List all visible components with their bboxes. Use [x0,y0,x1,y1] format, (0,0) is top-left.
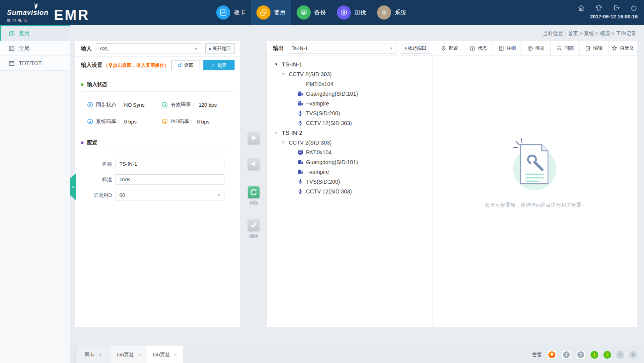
sidebar-item-multiplex[interactable]: 复用 [0,26,70,41]
tree-node[interactable]: ▾TS-IN-2 [267,128,432,138]
tree-node[interactable]: Guangdong(SID:101) [267,157,432,167]
tree-caret-icon[interactable]: ▾ [282,140,289,145]
status-button[interactable]: 状态 [464,41,493,55]
nav-tab-scramble[interactable]: 加扰 [331,0,372,25]
status-sync: 同步状态： NO Sync [87,101,162,108]
close-tab-icon[interactable]: × [174,352,177,358]
tree-node[interactable]: CCTV 12(SID:303) [267,118,432,128]
tree-node[interactable]: Guangdong(SID:101) [267,89,432,98]
logout-icon[interactable] [612,4,620,12]
interval-button[interactable]: 间隔 [550,41,579,55]
name-field[interactable] [116,159,224,169]
panel-collapse-handle[interactable]: « [70,173,76,200]
gear-icon [441,45,447,51]
move-left-button[interactable] [248,158,260,170]
status-3-badge[interactable]: 3 [616,351,624,359]
config-fields: 名称 标准 监测PID 00 ▼ [75,150,240,200]
tree-node[interactable]: ▾CCTV 2(SID:303) [267,138,432,147]
status-pid-bitrate: PID码率： 0 bps [162,118,236,125]
tree-node[interactable]: TVS(SID:200) [267,177,432,186]
tree-node-label: Guangdong(SID:101) [306,91,358,97]
camera-icon [297,101,306,106]
alarm-level-2-badge[interactable]: 2 [576,350,585,359]
input-panel: 输入 ASL ▼ » 展开端口 输入设置 （ 点击返回，进入复用操作 ） ↺ 返… [75,41,240,327]
sidebar-item-global[interactable]: 全局 [0,41,70,56]
status-effective-bitrate: 有效码率： 120 bps [162,101,236,108]
undo-arrow-icon: ↺ [177,62,182,68]
tree-node[interactable]: PMT:0x104 [267,79,432,89]
collapse-ports-button[interactable]: » 收起端口 [401,43,430,54]
settings-hint: （ 点击返回，进入复用操作 ） [103,62,169,69]
tree-node[interactable]: ▾CCTV 2(SID:303) [267,69,432,79]
tree-node[interactable]: ▾TS-IN-1 [267,59,432,69]
move-right-button[interactable] [248,132,260,144]
mapping-button[interactable]: 映射 [521,41,550,55]
close-tab-icon[interactable]: × [138,352,141,358]
tab-page-1[interactable]: tab页签 × [111,346,147,363]
tab-network-card[interactable]: 网卡 + [75,346,111,363]
expand-ports-button[interactable]: » 展开端口 [205,43,235,54]
nav-tab-multiplex[interactable]: 复用 [251,0,291,25]
tree-node[interactable]: TVS(SID:200) [267,108,432,118]
alarm-label: 告警 [532,351,542,358]
apply-button[interactable] [248,219,260,231]
target-icon [527,45,533,51]
refresh-icon [248,186,260,198]
tree-node[interactable]: --vampire [267,98,432,108]
output-port-select[interactable]: Ts-IN-1 ▼ [288,43,397,54]
arrow-right-icon [248,132,260,144]
nav-tab-backup[interactable]: 备份 [291,0,331,25]
home-icon[interactable] [577,4,585,12]
scramble-lock-icon [337,5,351,20]
standard-field[interactable] [116,174,224,185]
tab-page-2[interactable]: tab页签 × [147,346,183,363]
detail-button[interactable]: 详细 [493,41,521,55]
tree-node[interactable]: --vampire [267,167,432,177]
confirm-button[interactable]: ✓ 确定 [203,60,235,70]
name-field-label: 名称 [87,161,112,168]
swan-logo-icon [32,2,39,9]
input-port-select[interactable]: ASL ▼ [96,43,201,54]
nav-tab-system[interactable]: 系统 [372,0,412,25]
tree-node[interactable]: TVPAT:0x104 [267,147,432,157]
alarm-bell-badge[interactable] [547,350,557,359]
theme-shirt-icon[interactable] [595,4,603,12]
status-4-badge[interactable]: 4 [629,351,637,359]
tree-caret-icon[interactable]: ▾ [282,72,289,77]
tree-node-label: --vampire [306,169,329,175]
edit-button[interactable]: 编辑 [579,41,608,55]
alarm-zone: 告警 1 2 1 2 3 4 [532,346,644,363]
chevron-down-icon: ▼ [217,193,221,197]
output-toolbar: 配置 状态 详细 映射 间隔 [435,41,637,55]
board-card-icon [216,5,230,20]
tree-caret-icon[interactable]: ▾ [275,130,282,135]
configure-button[interactable]: 配置 [435,41,464,55]
brand-subtitle: 数码视讯 [7,18,48,23]
sidebar-item-tdt-tot[interactable]: TDT/TOT [0,56,70,71]
add-tab-icon[interactable]: + [99,351,102,358]
brand-name: Sumavision [7,9,48,17]
tree-node[interactable]: CCTV 12(SID:303) [267,186,432,196]
status-green-1-badge[interactable]: 1 [591,351,598,359]
status-green-2-badge[interactable]: 2 [603,351,611,359]
output-port-value: Ts-IN-1 [292,45,308,51]
pin-icon [109,63,112,68]
tree-caret-icon[interactable]: ▾ [275,62,282,67]
monitor-pid-select[interactable]: 00 ▼ [116,190,224,200]
input-port-value: ASL [100,46,109,52]
star-icon [612,45,617,51]
alarm-bell-icon [548,351,555,358]
standard-field-label: 标准 [87,176,112,183]
breadcrumb: 当前位置：首页 > 系统 > 概况 > 工作记录 [543,30,636,37]
input-status-grid: 同步状态： NO Sync 有效码率： 120 bps 系统码率： 0 bps [75,92,240,129]
power-icon[interactable] [630,4,638,12]
camera-icon [297,169,306,175]
back-button[interactable]: ↺ 返回 [171,60,199,70]
tree-node-label: Guangdong(SID:101) [306,159,358,165]
config-title: 配置 [87,139,97,146]
alarm-level-1-badge[interactable]: 1 [562,350,571,359]
nav-tab-boards[interactable]: 板卡 [211,0,251,25]
customize-button[interactable]: 自定义 [608,41,637,55]
chevron-down-icon: ▼ [194,47,197,51]
refresh-button[interactable] [248,186,260,198]
